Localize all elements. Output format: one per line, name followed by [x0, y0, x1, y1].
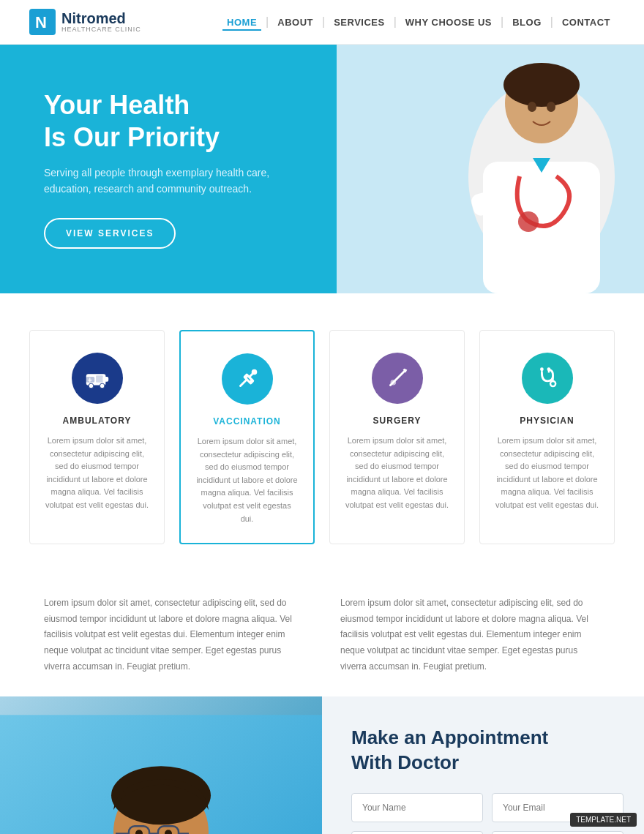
logo: N Nitromed HEALTHCARE CLINIC: [29, 9, 141, 35]
svg-text:+: +: [87, 376, 91, 384]
hero-subtitle: Serving all people through exemplary hea…: [44, 165, 269, 198]
services-grid: + AMBULATORY Lorem ipsum dolor sit amet,…: [29, 330, 615, 544]
doctor-select[interactable]: Select One: [492, 831, 624, 834]
brand-name: Nitromed: [61, 11, 141, 26]
ambulatory-icon-circle: +: [72, 353, 123, 404]
appointment-doctor-image: [0, 696, 322, 834]
phone-input[interactable]: [351, 831, 483, 834]
svg-point-19: [89, 383, 94, 388]
svg-point-30: [551, 382, 555, 386]
svg-point-35: [547, 367, 550, 371]
template-badge: TEMPLATE.NET: [570, 813, 637, 827]
nav-item-home[interactable]: HOME: [222, 15, 261, 29]
vaccination-title: VACCINATION: [195, 416, 299, 427]
svg-point-28: [390, 380, 396, 386]
service-card-ambulatory: + AMBULATORY Lorem ipsum dolor sit amet,…: [29, 330, 165, 544]
svg-point-9: [503, 63, 580, 107]
svg-point-33: [540, 367, 544, 371]
form-row-phone-select: Select One: [351, 831, 624, 834]
ambulatory-title: AMBULATORY: [45, 416, 149, 426]
nav-item-blog[interactable]: BLOG: [496, 15, 546, 29]
logo-icon: N: [29, 9, 56, 35]
syringe-icon: [233, 365, 261, 393]
ambulatory-text: Lorem ipsum dolor sit amet, consectetur …: [45, 435, 149, 512]
nav-item-about[interactable]: ABOUT: [261, 15, 318, 29]
service-card-surgery: SURGERY Lorem ipsum dolor sit amet, cons…: [329, 330, 465, 544]
vaccination-text: Lorem ipsum dolor sit amet, consectetur …: [195, 435, 299, 525]
service-card-vaccination: VACCINATION Lorem ipsum dolor sit amet, …: [179, 330, 315, 544]
physician-title: PHYSICIAN: [495, 416, 599, 426]
service-card-physician: PHYSICIAN Lorem ipsum dolor sit amet, co…: [479, 330, 615, 544]
nav-link-home[interactable]: HOME: [222, 17, 261, 31]
svg-point-10: [528, 102, 536, 112]
text-section: Lorem ipsum dolor sit amet, consectetur …: [0, 574, 644, 696]
nav-link-contact[interactable]: CONTACT: [558, 17, 615, 28]
hero-content: Your HealthIs Our Priority Serving all p…: [0, 60, 313, 277]
logo-text: Nitromed HEALTHCARE CLINIC: [61, 11, 141, 33]
surgery-text: Lorem ipsum dolor sit amet, consectetur …: [345, 435, 449, 512]
physician-text: Lorem ipsum dolor sit amet, consectetur …: [495, 435, 599, 512]
svg-point-11: [547, 102, 555, 112]
vaccination-icon-circle: [222, 353, 273, 405]
view-services-button[interactable]: VIEW SERVICES: [44, 218, 176, 249]
text-col-1: Lorem ipsum dolor sit amet, consectetur …: [44, 596, 304, 675]
text-col-2: Lorem ipsum dolor sit amet, consectetur …: [340, 596, 600, 675]
name-input[interactable]: [351, 793, 483, 822]
navbar: N Nitromed HEALTHCARE CLINIC HOME ABOUT …: [0, 0, 644, 45]
surgery-icon-circle: [372, 353, 423, 404]
nav-item-services[interactable]: SERVICES: [318, 15, 389, 29]
doctor-photo-illustration: [0, 696, 322, 834]
nav-links: HOME ABOUT SERVICES WHY CHOOSE US BLOG C…: [222, 15, 615, 29]
nav-link-about[interactable]: ABOUT: [273, 17, 318, 28]
svg-rect-21: [102, 377, 108, 382]
svg-point-25: [251, 369, 257, 375]
hero-section: Your HealthIs Our Priority Serving all p…: [0, 45, 644, 293]
appointment-section: Make an AppointmentWith Doctor Select On…: [0, 696, 644, 834]
svg-point-8: [518, 211, 539, 232]
nav-link-why[interactable]: WHY CHOOSE US: [401, 17, 496, 28]
stethoscope-icon: [533, 364, 561, 392]
surgery-title: SURGERY: [345, 416, 449, 426]
hero-title: Your HealthIs Our Priority: [44, 89, 269, 152]
brand-tagline: HEALTHCARE CLINIC: [61, 26, 141, 33]
hero-image: [337, 45, 644, 293]
svg-rect-17: [96, 375, 103, 383]
nav-link-services[interactable]: SERVICES: [329, 17, 389, 28]
ambulance-icon: +: [83, 364, 111, 392]
svg-point-20: [100, 383, 105, 388]
appointment-title: Make an AppointmentWith Doctor: [351, 726, 624, 775]
services-section: + AMBULATORY Lorem ipsum dolor sit amet,…: [0, 293, 644, 574]
physician-icon-circle: [522, 353, 573, 404]
svg-text:N: N: [35, 13, 47, 31]
scalpel-icon: [383, 364, 411, 392]
nav-item-contact[interactable]: CONTACT: [546, 15, 615, 29]
nav-link-blog[interactable]: BLOG: [508, 17, 546, 28]
nav-item-why[interactable]: WHY CHOOSE US: [389, 15, 496, 29]
doctor-illustration: [337, 45, 644, 293]
